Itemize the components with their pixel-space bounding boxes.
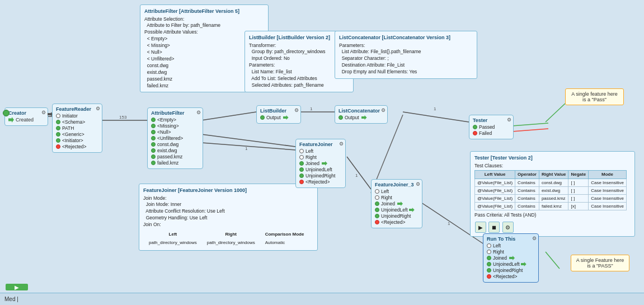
- svg-text:153: 153: [119, 115, 127, 120]
- table-row: @Value(File_List) Contains exist.dwg [ ]…: [475, 186, 627, 194]
- af-port-exist: exist.dwg: [151, 148, 199, 153]
- feature-joiner-3-node[interactable]: FeatureJoiner_3 ⚙ Left Right Joined Unjo…: [371, 179, 422, 228]
- tester-col-negate: Negate: [568, 171, 589, 179]
- fj1-joined-dot: [299, 161, 304, 166]
- fj3-port-joined: Joined: [375, 201, 419, 207]
- tester-toolbar: ▶ ⏹ ⚙: [474, 221, 631, 233]
- af-port-unfiltered: <Unfiltered>: [151, 135, 199, 141]
- lc-gear[interactable]: ⚙: [381, 107, 386, 113]
- feature-joiner-1-node[interactable]: FeatureJoiner ⚙ Left Right Joined Unjoin…: [295, 139, 346, 188]
- feature-reader-gear[interactable]: ⚙: [96, 106, 100, 111]
- table-row: @Value(File_List) Contains const.dwg [ ]…: [475, 179, 627, 186]
- run-to-this-node[interactable]: Run To This ⚙ Left Right Joined Unjoined…: [483, 233, 539, 283]
- table-row: @Value(File_List) Contains failed.kmz [x…: [475, 203, 627, 210]
- tester-port-passed: Passed: [473, 124, 510, 130]
- rtt-port-unjoinedleft: UnjoinedLeft: [487, 261, 535, 267]
- attribute-filter-info-title: AttributeFilter [AttributeFilter Version…: [144, 8, 264, 15]
- created-port-arrow: [8, 117, 14, 123]
- toolbar-stop-btn[interactable]: ⏹: [488, 222, 500, 233]
- creator-gear-icon[interactable]: ⚙: [41, 110, 46, 115]
- rtt-ur-dot: [487, 268, 491, 273]
- fj1-port-joined: Joined: [299, 161, 342, 166]
- svg-line-9: [201, 143, 295, 150]
- af-null-dot: [151, 130, 156, 134]
- attribute-filter-node[interactable]: AttributeFilter ⚙ <Empty> <Missing> <Nul…: [147, 107, 203, 169]
- feature-joiner-info-box: FeatureJoiner [FeatureJoiner Version 100…: [139, 184, 318, 251]
- fr-initiator-dot: [56, 114, 60, 118]
- fj1-joined-arrow: [322, 161, 327, 166]
- fj3-left-dot: [375, 189, 379, 194]
- creator-node[interactable]: Creator ⚙ Created: [4, 107, 48, 126]
- af-unfiltered-dot: [151, 136, 156, 140]
- tester-col-op: Operator: [515, 171, 539, 179]
- rtt-port-rejected: <Rejected>: [487, 274, 535, 279]
- tester-col-mode: Mode: [589, 171, 627, 179]
- fj3-port-unjoinedright: UnjoinedRight: [375, 213, 419, 219]
- af-exist-dot: [151, 148, 156, 153]
- fj1-port-unjoinedright: UnjoinedRight: [299, 173, 342, 179]
- fr-rejected-dot: [56, 144, 60, 149]
- svg-line-3: [201, 112, 256, 120]
- fr-port-schema: <Schema>: [56, 119, 98, 125]
- fj3-gear[interactable]: ⚙: [416, 181, 420, 187]
- svg-line-17: [512, 129, 548, 132]
- tester-port-failed: Failed: [473, 130, 510, 136]
- bottom-arrow: ▶: [6, 284, 28, 290]
- svg-text:1: 1: [310, 106, 313, 111]
- fj3-port-unjoinedleft: UnjoinedLeft: [375, 207, 419, 213]
- note-pass-bottom-text: A single Feature here is a "PASS": [576, 257, 624, 269]
- creator-node-title: Creator: [8, 110, 44, 116]
- fr-generic-dot: [56, 132, 60, 137]
- tester-col-left: Left Value: [475, 171, 515, 179]
- lb-output-dot: [260, 115, 265, 120]
- pass-criteria: Pass Criteria: All Tests (AND): [474, 212, 631, 219]
- fj3-port-left: Left: [375, 189, 419, 194]
- rtt-ul-dot: [487, 262, 491, 266]
- af-port-empty: <Empty>: [151, 117, 199, 123]
- note-pass-top: A single feature here is a "Pass": [565, 88, 624, 105]
- run-to-this-gear[interactable]: ⚙: [532, 236, 537, 241]
- fj3-rej-dot: [375, 220, 379, 224]
- fj3-ul-dot: [375, 208, 379, 212]
- note-pass-bottom: A single Feature here is a "PASS": [571, 255, 629, 271]
- rtt-left-dot: [487, 243, 491, 248]
- af-const-dot: [151, 142, 156, 147]
- fj1-gear[interactable]: ⚙: [339, 141, 344, 147]
- run-to-this-title: Run To This: [487, 236, 535, 242]
- list-concatenator-node[interactable]: ListConcatenator ⚙ Output: [335, 105, 388, 124]
- fr-port-generic: <Generic>: [56, 132, 98, 137]
- tester-title: Tester: [473, 118, 510, 123]
- lc-port-output: Output: [339, 115, 384, 120]
- fj3-right-dot: [375, 195, 379, 200]
- lb-gear[interactable]: ⚙: [294, 107, 299, 113]
- af-empty-dot: [151, 118, 156, 122]
- list-builder-node[interactable]: ListBuilder ⚙ Output: [256, 105, 301, 124]
- rtt-joined-dot: [487, 256, 491, 260]
- fr-port-rejected: <Rejected>: [56, 144, 98, 149]
- af-missing-dot: [151, 124, 156, 128]
- tester-gear[interactable]: ⚙: [507, 117, 511, 123]
- fj3-joined-arrow: [397, 201, 403, 206]
- rtt-port-unjoinedright: UnjoinedRight: [487, 268, 535, 273]
- af-gear[interactable]: ⚙: [196, 110, 201, 115]
- tester-info-content: Test Clauses:: [474, 163, 631, 170]
- fj1-port-right: Right: [299, 154, 342, 160]
- table-row: @Value(File_List) Contains passed.kmz [ …: [475, 195, 627, 203]
- rtt-right-dot: [487, 250, 491, 254]
- list-concatenator-info-box: ListConcatenator [ListConcatenator Versi…: [335, 31, 477, 79]
- lc-output-arrow: [361, 115, 367, 120]
- fr-port-path: PATH: [56, 125, 98, 131]
- toolbar-play-btn[interactable]: ▶: [475, 222, 486, 233]
- feature-reader-node[interactable]: FeatureReader ⚙ Initiator <Schema> PATH …: [52, 104, 102, 153]
- toolbar-gear-btn[interactable]: ⚙: [502, 222, 514, 233]
- af-port-failed: failed.kmz: [151, 160, 199, 166]
- rtt-joined-arrow: [509, 256, 515, 260]
- tester-node[interactable]: Tester ⚙ Passed Failed: [469, 115, 514, 139]
- lb-title: ListBuilder: [260, 108, 297, 114]
- fj3-port-rejected: <Rejected>: [375, 219, 419, 225]
- fj3-joined-dot: [375, 201, 379, 206]
- list-concatenator-info-content: Parameters: List Attribute: File_list{}.…: [339, 43, 473, 76]
- af-port-passed: passed.kmz: [151, 154, 199, 159]
- tester-passed-dot: [473, 125, 477, 129]
- fj1-port-unjoinedleft: UnjoinedLeft: [299, 167, 342, 172]
